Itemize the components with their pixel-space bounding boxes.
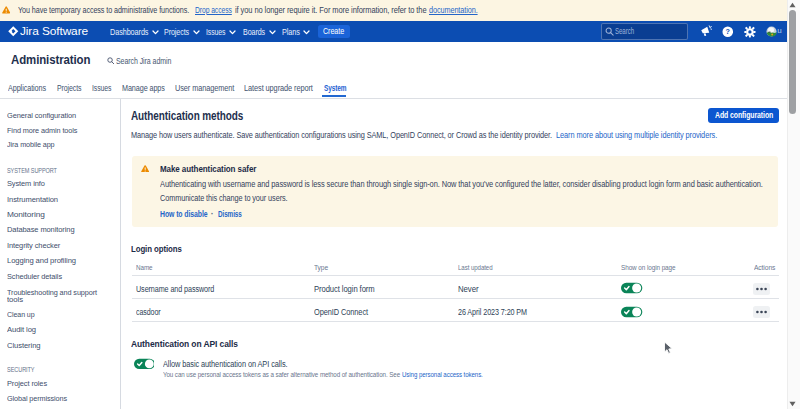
svg-text:?: ? — [725, 29, 729, 37]
